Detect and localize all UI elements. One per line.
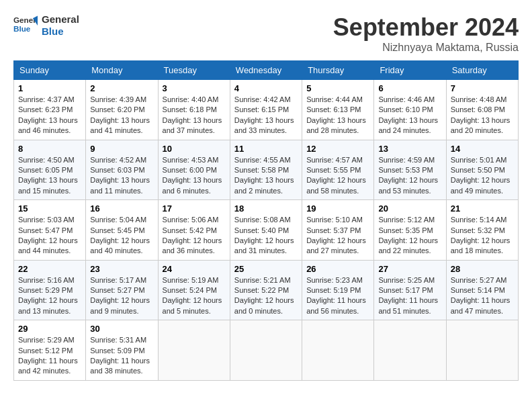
header-monday: Monday: [86, 61, 158, 80]
logo-icon: General Blue: [13, 13, 38, 38]
day-info: Sunrise: 5:25 AM Sunset: 5:17 PM Dayligh…: [378, 275, 441, 317]
day-info: Sunrise: 5:27 AM Sunset: 5:14 PM Dayligh…: [451, 275, 514, 317]
logo-blue: Blue: [42, 26, 79, 38]
calendar-cell: 12Sunrise: 4:57 AM Sunset: 5:55 PM Dayli…: [302, 140, 374, 200]
calendar-cell: [158, 320, 230, 381]
calendar-cell: 23Sunrise: 5:17 AM Sunset: 5:27 PM Dayli…: [86, 260, 158, 320]
day-info: Sunrise: 5:12 AM Sunset: 5:35 PM Dayligh…: [378, 215, 441, 257]
logo-general: General: [42, 13, 79, 26]
day-info: Sunrise: 5:21 AM Sunset: 5:22 PM Dayligh…: [234, 275, 298, 317]
day-info: Sunrise: 4:40 AM Sunset: 6:18 PM Dayligh…: [163, 95, 226, 136]
day-info: Sunrise: 5:19 AM Sunset: 5:24 PM Dayligh…: [163, 275, 226, 317]
day-info: Sunrise: 5:08 AM Sunset: 5:40 PM Dayligh…: [234, 215, 298, 257]
day-info: Sunrise: 5:14 AM Sunset: 5:32 PM Dayligh…: [451, 215, 514, 257]
header-sunday: Sunday: [14, 61, 86, 80]
calendar-cell: 8Sunrise: 4:50 AM Sunset: 6:05 PM Daylig…: [14, 140, 86, 200]
calendar-cell: 18Sunrise: 5:08 AM Sunset: 5:40 PM Dayli…: [230, 200, 302, 261]
day-number: 12: [306, 144, 369, 154]
calendar-cell: 25Sunrise: 5:21 AM Sunset: 5:22 PM Dayli…: [230, 260, 302, 320]
svg-text:General: General: [13, 15, 38, 24]
calendar-cell: 17Sunrise: 5:06 AM Sunset: 5:42 PM Dayli…: [158, 200, 230, 261]
day-info: Sunrise: 4:44 AM Sunset: 6:13 PM Dayligh…: [306, 95, 369, 136]
day-number: 7: [451, 83, 514, 93]
calendar-cell: 7Sunrise: 4:48 AM Sunset: 6:08 PM Daylig…: [446, 80, 518, 140]
title-block: September 2024 Nizhnyaya Maktama, Russia: [333, 13, 519, 54]
header-wednesday: Wednesday: [230, 61, 302, 80]
day-number: 19: [306, 203, 369, 214]
header-friday: Friday: [374, 61, 446, 80]
header-row: SundayMondayTuesdayWednesdayThursdayFrid…: [14, 61, 519, 80]
day-info: Sunrise: 4:39 AM Sunset: 6:20 PM Dayligh…: [90, 95, 153, 136]
calendar-cell: 9Sunrise: 4:52 AM Sunset: 6:03 PM Daylig…: [86, 140, 158, 200]
calendar-cell: 4Sunrise: 4:42 AM Sunset: 6:15 PM Daylig…: [230, 80, 302, 140]
calendar-cell: 26Sunrise: 5:23 AM Sunset: 5:19 PM Dayli…: [302, 260, 374, 320]
day-info: Sunrise: 5:17 AM Sunset: 5:27 PM Dayligh…: [90, 275, 153, 317]
day-number: 23: [90, 264, 153, 274]
location: Nizhnyaya Maktama, Russia: [333, 42, 519, 54]
calendar-cell: 19Sunrise: 5:10 AM Sunset: 5:37 PM Dayli…: [302, 200, 374, 261]
calendar-cell: [230, 320, 302, 381]
header-tuesday: Tuesday: [158, 61, 230, 80]
header-thursday: Thursday: [302, 61, 374, 80]
calendar-cell: 14Sunrise: 5:01 AM Sunset: 5:50 PM Dayli…: [446, 140, 518, 200]
day-number: 29: [18, 324, 81, 334]
calendar-cell: 2Sunrise: 4:39 AM Sunset: 6:20 PM Daylig…: [86, 80, 158, 140]
day-number: 4: [234, 83, 298, 93]
calendar-cell: 5Sunrise: 4:44 AM Sunset: 6:13 PM Daylig…: [302, 80, 374, 140]
week-row-4: 22Sunrise: 5:16 AM Sunset: 5:29 PM Dayli…: [14, 260, 519, 320]
day-info: Sunrise: 5:03 AM Sunset: 5:47 PM Dayligh…: [18, 215, 81, 257]
week-row-1: 1Sunrise: 4:37 AM Sunset: 6:23 PM Daylig…: [14, 80, 519, 140]
day-info: Sunrise: 4:55 AM Sunset: 5:58 PM Dayligh…: [234, 155, 298, 197]
day-number: 20: [378, 203, 441, 214]
calendar-cell: 28Sunrise: 5:27 AM Sunset: 5:14 PM Dayli…: [446, 260, 518, 320]
day-number: 28: [451, 264, 514, 274]
day-number: 22: [18, 264, 81, 274]
day-info: Sunrise: 4:48 AM Sunset: 6:08 PM Dayligh…: [451, 95, 514, 136]
day-info: Sunrise: 4:59 AM Sunset: 5:53 PM Dayligh…: [378, 155, 441, 197]
day-number: 27: [378, 264, 441, 274]
week-row-3: 15Sunrise: 5:03 AM Sunset: 5:47 PM Dayli…: [14, 200, 519, 261]
calendar-cell: 29Sunrise: 5:29 AM Sunset: 5:12 PM Dayli…: [14, 320, 86, 381]
day-info: Sunrise: 4:53 AM Sunset: 6:00 PM Dayligh…: [163, 155, 226, 197]
day-number: 9: [90, 144, 153, 154]
week-row-5: 29Sunrise: 5:29 AM Sunset: 5:12 PM Dayli…: [14, 320, 519, 381]
day-info: Sunrise: 4:57 AM Sunset: 5:55 PM Dayligh…: [306, 155, 369, 197]
calendar-cell: 11Sunrise: 4:55 AM Sunset: 5:58 PM Dayli…: [230, 140, 302, 200]
day-number: 15: [18, 203, 81, 214]
day-info: Sunrise: 5:31 AM Sunset: 5:09 PM Dayligh…: [90, 335, 153, 377]
day-number: 18: [234, 203, 298, 214]
month-title: September 2024: [333, 13, 519, 42]
day-number: 5: [306, 83, 369, 93]
day-number: 14: [451, 144, 514, 154]
day-number: 3: [163, 83, 226, 93]
day-info: Sunrise: 5:16 AM Sunset: 5:29 PM Dayligh…: [18, 275, 81, 317]
day-info: Sunrise: 5:01 AM Sunset: 5:50 PM Dayligh…: [451, 155, 514, 197]
day-number: 11: [234, 144, 298, 154]
calendar-cell: 30Sunrise: 5:31 AM Sunset: 5:09 PM Dayli…: [86, 320, 158, 381]
day-number: 2: [90, 83, 153, 93]
page-header: General Blue General Blue September 2024…: [13, 13, 519, 54]
day-info: Sunrise: 4:42 AM Sunset: 6:15 PM Dayligh…: [234, 95, 298, 136]
calendar-cell: 27Sunrise: 5:25 AM Sunset: 5:17 PM Dayli…: [374, 260, 446, 320]
day-number: 6: [378, 83, 441, 93]
calendar-cell: 1Sunrise: 4:37 AM Sunset: 6:23 PM Daylig…: [14, 80, 86, 140]
day-number: 13: [378, 144, 441, 154]
day-number: 21: [451, 203, 514, 214]
day-info: Sunrise: 4:46 AM Sunset: 6:10 PM Dayligh…: [378, 95, 441, 136]
calendar-cell: 16Sunrise: 5:04 AM Sunset: 5:45 PM Dayli…: [86, 200, 158, 261]
day-number: 10: [163, 144, 226, 154]
calendar-cell: 20Sunrise: 5:12 AM Sunset: 5:35 PM Dayli…: [374, 200, 446, 261]
calendar-cell: 21Sunrise: 5:14 AM Sunset: 5:32 PM Dayli…: [446, 200, 518, 261]
day-info: Sunrise: 4:50 AM Sunset: 6:05 PM Dayligh…: [18, 155, 81, 197]
calendar-cell: 24Sunrise: 5:19 AM Sunset: 5:24 PM Dayli…: [158, 260, 230, 320]
day-number: 26: [306, 264, 369, 274]
header-saturday: Saturday: [446, 61, 518, 80]
day-info: Sunrise: 5:04 AM Sunset: 5:45 PM Dayligh…: [90, 215, 153, 257]
logo: General Blue General Blue: [13, 13, 79, 38]
day-info: Sunrise: 5:06 AM Sunset: 5:42 PM Dayligh…: [163, 215, 226, 257]
calendar-cell: 22Sunrise: 5:16 AM Sunset: 5:29 PM Dayli…: [14, 260, 86, 320]
calendar-cell: [374, 320, 446, 381]
calendar-cell: 13Sunrise: 4:59 AM Sunset: 5:53 PM Dayli…: [374, 140, 446, 200]
calendar-cell: 15Sunrise: 5:03 AM Sunset: 5:47 PM Dayli…: [14, 200, 86, 261]
day-number: 30: [90, 324, 153, 334]
